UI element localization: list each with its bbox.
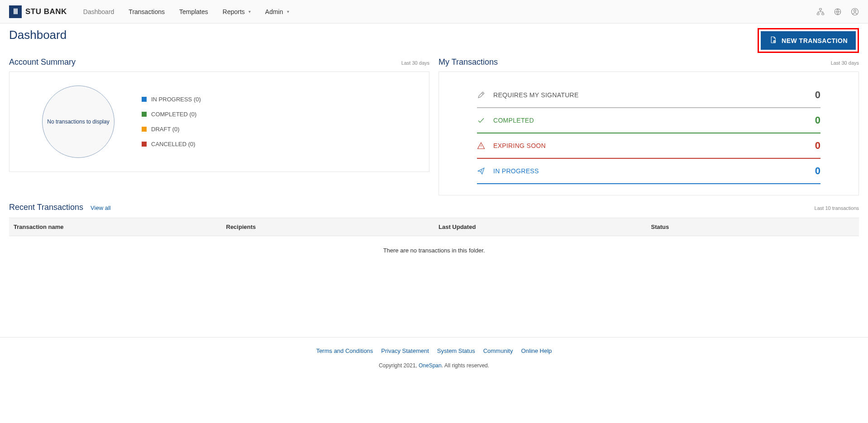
svg-point-5 (854, 10, 856, 12)
legend-in-progress: IN PROGRESS (0) (142, 96, 201, 103)
new-transaction-highlight: NEW TRANSACTION (758, 28, 859, 53)
nav-dashboard[interactable]: Dashboard (78, 5, 120, 18)
account-summary-panel: No transactions to display IN PROGRESS (… (9, 71, 429, 172)
account-summary-column: Account Summary Last 30 days No transact… (9, 57, 429, 195)
recent-head-left: Recent Transactions View all (9, 203, 111, 212)
org-tree-icon[interactable] (816, 8, 825, 16)
nav-reports[interactable]: Reports ▾ (217, 5, 256, 18)
footer-links: Terms and Conditions Privacy Statement S… (0, 347, 868, 354)
mt-row-left: IN PROGRESS (477, 167, 539, 175)
my-transactions-column: My Transactions Last 30 days REQUIRES MY… (439, 57, 859, 195)
view-all-link[interactable]: View all (91, 204, 111, 211)
nav-templates[interactable]: Templates (174, 5, 214, 18)
col-recipients[interactable]: Recipients (222, 218, 434, 236)
copyright-link[interactable]: OneSpan (419, 362, 442, 369)
legend-label: COMPLETED (0) (151, 111, 196, 118)
recent-empty-row: There are no transactions in this folder… (9, 236, 859, 265)
footer-link-system-status[interactable]: System Status (437, 347, 475, 354)
nav-admin[interactable]: Admin ▾ (260, 5, 295, 18)
check-icon (477, 116, 485, 124)
nav-label: Dashboard (83, 8, 114, 15)
account-summary-head: Account Summary Last 30 days (9, 57, 429, 67)
nav-label: Reports (223, 8, 245, 15)
brand-name: STU BANK (25, 7, 67, 16)
col-status[interactable]: Status (647, 218, 859, 236)
nav-links: Dashboard Transactions Templates Reports… (78, 5, 295, 18)
summary-empty-text: No transactions to display (47, 119, 109, 125)
account-summary-period: Last 30 days (401, 60, 429, 66)
account-summary-title: Account Summary (9, 57, 76, 67)
recent-transactions: Recent Transactions View all Last 10 tra… (0, 195, 868, 265)
topbar-left: Ⅲ STU BANK Dashboard Transactions Templa… (9, 5, 295, 18)
legend-swatch-in-progress (142, 97, 147, 102)
legend-swatch-draft (142, 127, 147, 132)
mt-count: 0 (815, 89, 820, 101)
mt-count: 0 (815, 165, 820, 177)
mt-row-requires-signature[interactable]: REQUIRES MY SIGNATURE 0 (477, 83, 820, 108)
legend-label: IN PROGRESS (0) (151, 96, 201, 103)
nav-label: Transactions (129, 8, 165, 15)
main-columns: Account Summary Last 30 days No transact… (0, 55, 868, 195)
page-header: Dashboard NEW TRANSACTION (0, 24, 868, 55)
mt-row-in-progress[interactable]: IN PROGRESS 0 (477, 159, 820, 184)
mt-count: 0 (815, 114, 820, 126)
recent-period: Last 10 transactions (815, 205, 859, 211)
footer-link-terms[interactable]: Terms and Conditions (316, 347, 373, 354)
footer-link-community[interactable]: Community (483, 347, 513, 354)
legend-completed: COMPLETED (0) (142, 111, 201, 118)
recent-table-head: Transaction name Recipients Last Updated… (9, 218, 859, 236)
svg-rect-0 (820, 8, 822, 10)
brand-logo-glyph: Ⅲ (13, 7, 18, 16)
brand-link[interactable]: Ⅲ STU BANK (9, 5, 67, 18)
chevron-down-icon: ▾ (287, 9, 289, 14)
mt-row-expiring-soon[interactable]: EXPIRING SOON 0 (477, 133, 820, 159)
brand-logo: Ⅲ (9, 5, 22, 18)
legend-swatch-completed (142, 112, 147, 117)
col-last-updated[interactable]: Last Updated (434, 218, 647, 236)
recent-empty-message: There are no transactions in this folder… (9, 236, 859, 265)
my-transactions-period: Last 30 days (831, 60, 859, 66)
summary-legend: IN PROGRESS (0) COMPLETED (0) DRAFT (0) … (142, 96, 201, 147)
summary-donut-chart: No transactions to display (42, 86, 114, 158)
document-plus-icon (769, 36, 777, 45)
new-transaction-label: NEW TRANSACTION (782, 37, 848, 44)
footer: Terms and Conditions Privacy Statement S… (0, 337, 868, 382)
topbar: Ⅲ STU BANK Dashboard Transactions Templa… (0, 0, 868, 24)
legend-swatch-cancelled (142, 142, 147, 147)
recent-head: Recent Transactions View all Last 10 tra… (9, 203, 859, 212)
mt-row-left: EXPIRING SOON (477, 142, 546, 150)
legend-label: DRAFT (0) (151, 126, 180, 133)
svg-rect-2 (822, 13, 824, 15)
new-transaction-button[interactable]: NEW TRANSACTION (761, 31, 856, 50)
my-transactions-list: REQUIRES MY SIGNATURE 0 COMPLETED 0 (450, 83, 848, 184)
user-icon[interactable] (851, 8, 859, 16)
mt-count: 0 (815, 140, 820, 152)
copyright-prefix: Copyright 2021, (379, 362, 419, 369)
mt-label: REQUIRES MY SIGNATURE (493, 91, 579, 99)
pencil-icon (477, 91, 485, 99)
mt-label: IN PROGRESS (493, 167, 539, 175)
my-transactions-title: My Transactions (439, 57, 498, 67)
copyright: Copyright 2021, OneSpan. All rights rese… (0, 362, 868, 369)
topbar-right (816, 8, 859, 16)
paper-plane-icon (477, 167, 485, 175)
nav-transactions[interactable]: Transactions (123, 5, 170, 18)
mt-row-completed[interactable]: COMPLETED 0 (477, 108, 820, 133)
legend-cancelled: CANCELLED (0) (142, 141, 201, 147)
legend-label: CANCELLED (0) (151, 141, 196, 147)
mt-row-left: REQUIRES MY SIGNATURE (477, 91, 579, 99)
chevron-down-icon: ▾ (248, 9, 251, 14)
mt-label: EXPIRING SOON (493, 142, 546, 149)
recent-table: Transaction name Recipients Last Updated… (9, 218, 859, 265)
svg-rect-1 (817, 13, 820, 15)
footer-link-online-help[interactable]: Online Help (521, 347, 552, 354)
mt-row-left: COMPLETED (477, 116, 534, 124)
nav-label: Templates (179, 8, 208, 15)
copyright-suffix: . All rights reserved. (442, 362, 489, 369)
col-transaction-name[interactable]: Transaction name (9, 218, 222, 236)
my-transactions-panel: REQUIRES MY SIGNATURE 0 COMPLETED 0 (439, 71, 859, 195)
alert-triangle-icon (477, 142, 485, 150)
footer-link-privacy[interactable]: Privacy Statement (381, 347, 429, 354)
globe-icon[interactable] (834, 8, 842, 16)
my-transactions-head: My Transactions Last 30 days (439, 57, 859, 67)
